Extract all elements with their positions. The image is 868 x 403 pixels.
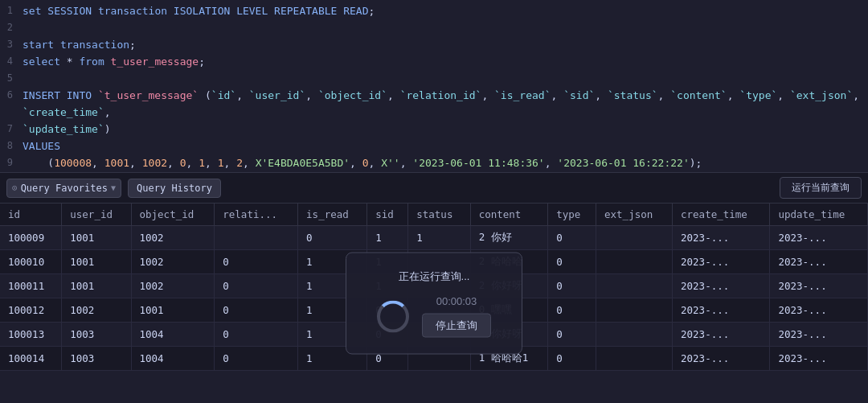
table-cell: 2023-... — [673, 274, 770, 298]
table-cell: 1001 — [131, 298, 215, 323]
editor-line-5: 5 — [0, 71, 868, 88]
chevron-down-icon: ▼ — [111, 183, 116, 192]
stop-query-button[interactable]: 停止查询 — [422, 314, 491, 338]
loading-title: 正在运行查询... — [399, 269, 470, 284]
table-cell: 0 — [215, 250, 298, 274]
table-cell: 1001 — [62, 226, 131, 250]
table-cell: 1001 — [62, 274, 131, 298]
table-cell: 2023-... — [673, 250, 770, 274]
loading-spinner — [377, 300, 409, 332]
table-cell: 100009 — [0, 226, 62, 250]
col-content: content — [470, 204, 548, 226]
table-cell: 100011 — [0, 274, 62, 298]
col-sid: sid — [367, 204, 408, 226]
col-is-read: is_read — [298, 204, 367, 226]
table-cell: 1002 — [131, 274, 215, 298]
table-cell: 1003 — [62, 347, 131, 371]
table-cell: 2 你好 — [470, 226, 548, 250]
table-cell: 1 — [367, 226, 408, 250]
table-cell: 100012 — [0, 298, 62, 323]
main-container: 1 set SESSION transaction ISOLATION LEVE… — [0, 0, 868, 403]
table-cell: 0 — [215, 274, 298, 298]
table-cell: 2023-... — [770, 298, 868, 323]
table-cell: 1003 — [62, 323, 131, 347]
loading-overlay: 正在运行查询... 00:00:03 停止查询 — [346, 253, 522, 355]
col-object-id: object_id — [131, 204, 215, 226]
query-history-btn[interactable]: Query History — [128, 179, 221, 198]
table-cell: 100010 — [0, 250, 62, 274]
editor-line-4: 4 select * from t_user_message; — [0, 54, 868, 71]
col-id: id — [0, 204, 62, 226]
results-panel: id user_id object_id relati... is_read s… — [0, 204, 868, 403]
table-cell: 1 — [408, 226, 470, 250]
sql-editor[interactable]: 1 set SESSION transaction ISOLATION LEVE… — [0, 0, 868, 173]
query-dropdown[interactable]: ⊙ Query Favorites ▼ — [6, 179, 121, 198]
table-cell: 0 — [548, 250, 596, 274]
table-cell: 0 — [215, 323, 298, 347]
table-cell: 100014 — [0, 347, 62, 371]
editor-line-10: 10 — [0, 172, 868, 173]
table-cell: 0 — [548, 274, 596, 298]
table-cell: 2023-... — [673, 298, 770, 323]
editor-line-3: 3 start transaction; — [0, 37, 868, 54]
table-cell: 2023-... — [770, 347, 868, 371]
table-cell: 1004 — [131, 347, 215, 371]
table-cell: 1002 — [62, 298, 131, 323]
table-cell: 2023-... — [770, 323, 868, 347]
table-cell: 1004 — [131, 323, 215, 347]
table-cell: 100013 — [0, 323, 62, 347]
table-cell: 0 — [548, 347, 596, 371]
col-update-time: update_time — [770, 204, 868, 226]
table-cell: 0 — [215, 347, 298, 371]
editor-line-9: 9 (100008, 1001, 1002, 0, 1, 1, 2, X'E4B… — [0, 155, 868, 172]
editor-line-6: 6 INSERT INTO `t_user_message` (`id`, `u… — [0, 88, 868, 121]
col-status: status — [408, 204, 470, 226]
table-cell — [596, 250, 673, 274]
table-cell: 1001 — [62, 250, 131, 274]
loading-timer: 00:00:03 — [436, 295, 477, 307]
table-cell — [596, 298, 673, 323]
query-dropdown-label: Query Favorites — [21, 183, 108, 194]
table-cell: 0 — [298, 226, 367, 250]
table-cell: 2023-... — [673, 347, 770, 371]
table-cell: 0 — [548, 298, 596, 323]
col-create-time: create_time — [673, 204, 770, 226]
col-relation-id: relati... — [215, 204, 298, 226]
editor-line-2: 2 — [0, 20, 868, 37]
table-cell: 2023-... — [770, 250, 868, 274]
table-cell: 2023-... — [770, 226, 868, 250]
table-cell — [215, 226, 298, 250]
table-cell: 0 — [215, 298, 298, 323]
query-toolbar: ⊙ Query Favorites ▼ Query History 运行当前查询 — [0, 173, 868, 204]
table-row[interactable]: 100009100110020112 你好02023-...2023-... — [0, 226, 868, 250]
table-cell: 0 — [548, 323, 596, 347]
editor-line-8: 8 VALUES — [0, 138, 868, 155]
table-cell: 1002 — [131, 250, 215, 274]
query-history-label: Query History — [137, 183, 212, 194]
editor-line-1: 1 set SESSION transaction ISOLATION LEVE… — [0, 3, 868, 20]
run-query-button[interactable]: 运行当前查询 — [780, 177, 862, 199]
table-cell — [596, 226, 673, 250]
table-cell: 0 — [548, 226, 596, 250]
editor-line-7: 7 `update_time`) — [0, 121, 868, 138]
col-ext-json: ext_json — [596, 204, 673, 226]
table-cell: 2023-... — [770, 274, 868, 298]
table-cell — [596, 323, 673, 347]
table-cell: 1002 — [131, 226, 215, 250]
table-cell — [596, 274, 673, 298]
table-cell — [596, 347, 673, 371]
col-user-id: user_id — [62, 204, 131, 226]
col-type: type — [548, 204, 596, 226]
table-cell: 2023-... — [673, 323, 770, 347]
table-header-row: id user_id object_id relati... is_read s… — [0, 204, 868, 226]
table-cell: 2023-... — [673, 226, 770, 250]
